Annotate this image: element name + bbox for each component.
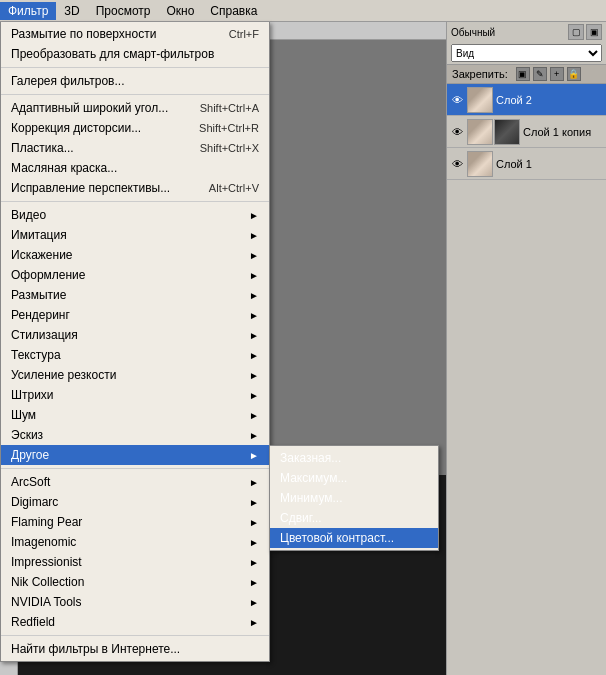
lock-icon-1[interactable]: ▣ bbox=[516, 67, 530, 81]
menu-item-flaming-pear[interactable]: Flaming Pear ► bbox=[1, 512, 269, 532]
panel-icons: ▢ ▣ bbox=[568, 24, 602, 40]
sep-1 bbox=[1, 67, 269, 68]
menu-item-distortion-sc: Shift+Ctrl+R bbox=[179, 122, 259, 134]
arrow-digimarc: ► bbox=[249, 497, 259, 508]
layer-thumb-1 bbox=[467, 151, 493, 177]
lock-icon-3[interactable]: + bbox=[550, 67, 564, 81]
submenu-label-shift: Сдвиг... bbox=[280, 511, 322, 525]
menu-item-gallery-label: Галерея фильтров... bbox=[11, 74, 124, 88]
menu-bar: Фильтр 3D Просмотр Окно Справка bbox=[0, 0, 606, 22]
menu-item-plastika[interactable]: Пластика... Shift+Ctrl+X bbox=[1, 138, 269, 158]
menu-item-nik-collection[interactable]: Nik Collection ► bbox=[1, 572, 269, 592]
menu-item-distortion-correction[interactable]: Коррекция дисторсии... Shift+Ctrl+R bbox=[1, 118, 269, 138]
menu-view[interactable]: Просмотр bbox=[88, 2, 159, 20]
arrow-strokes: ► bbox=[249, 390, 259, 401]
menu-item-arcsoft[interactable]: ArcSoft ► bbox=[1, 472, 269, 492]
arrow-impressionist: ► bbox=[249, 557, 259, 568]
menu-item-find-online-label: Найти фильтры в Интернете... bbox=[11, 642, 180, 656]
layer-item-2[interactable]: 👁 Слой 2 bbox=[447, 84, 606, 116]
layer-name-1copy: Слой 1 копия bbox=[523, 126, 603, 138]
menu-item-find-online[interactable]: Найти фильтры в Интернете... bbox=[1, 639, 269, 659]
eye-icon-2[interactable]: 👁 bbox=[450, 93, 464, 107]
arrow-noise: ► bbox=[249, 410, 259, 421]
menu-item-blur-surface[interactable]: Размытие по поверхности Ctrl+F bbox=[1, 24, 269, 44]
menu-help[interactable]: Справка bbox=[202, 2, 265, 20]
menu-item-imagenomic[interactable]: Imagenomic ► bbox=[1, 532, 269, 552]
arrow-nik: ► bbox=[249, 577, 259, 588]
view-select[interactable]: Вид bbox=[451, 44, 602, 62]
right-panel: Обычный ▢ ▣ Вид Закрепить: ▣ ✎ + 🔒 👁 Сло… bbox=[446, 22, 606, 675]
menu-item-plastika-label: Пластика... bbox=[11, 141, 74, 155]
menu-item-distort[interactable]: Искажение ► bbox=[1, 245, 269, 265]
arrow-imitation: ► bbox=[249, 230, 259, 241]
menu-filter[interactable]: Фильтр bbox=[0, 2, 56, 20]
arrow-render: ► bbox=[249, 310, 259, 321]
sep-3 bbox=[1, 201, 269, 202]
arrow-sharpen: ► bbox=[249, 370, 259, 381]
menu-3d[interactable]: 3D bbox=[56, 2, 87, 20]
lock-icons: ▣ ✎ + 🔒 bbox=[516, 67, 581, 81]
menu-item-perspective-label: Исправление перспективы... bbox=[11, 181, 170, 195]
menu-item-blur-surface-shortcut: Ctrl+F bbox=[209, 28, 259, 40]
menu-item-video[interactable]: Видео ► bbox=[1, 205, 269, 225]
menu-item-noise[interactable]: Шум ► bbox=[1, 405, 269, 425]
menu-item-digimarc[interactable]: Digimarc ► bbox=[1, 492, 269, 512]
menu-item-sketch[interactable]: Эскиз ► bbox=[1, 425, 269, 445]
submenu-label-min: Минимум... bbox=[280, 491, 343, 505]
arrow-imagenomic: ► bbox=[249, 537, 259, 548]
layer-item-1[interactable]: 👁 Слой 1 bbox=[447, 148, 606, 180]
submenu-item-min[interactable]: Минимум... bbox=[270, 488, 438, 508]
submenu-label-custom: Заказная... bbox=[280, 451, 341, 465]
menu-item-gallery[interactable]: Галерея фильтров... bbox=[1, 71, 269, 91]
lock-label: Закрепить: bbox=[452, 68, 508, 80]
eye-icon-1copy[interactable]: 👁 bbox=[450, 125, 464, 139]
submenu-item-custom[interactable]: Заказная... bbox=[270, 448, 438, 468]
arrow-stylize: ► bbox=[249, 330, 259, 341]
menu-item-render[interactable]: Рендеринг ► bbox=[1, 305, 269, 325]
menu-item-smart-filters[interactable]: Преобразовать для смарт-фильтров bbox=[1, 44, 269, 64]
menu-item-adaptive-wide-label: Адаптивный широкий угол... bbox=[11, 101, 168, 115]
arrow-distort: ► bbox=[249, 250, 259, 261]
arrow-flaming-pear: ► bbox=[249, 517, 259, 528]
menu-item-sharpen[interactable]: Усиление резкости ► bbox=[1, 365, 269, 385]
panel-icon-1[interactable]: ▢ bbox=[568, 24, 584, 40]
arrow-blur: ► bbox=[249, 290, 259, 301]
menu-item-adaptive-wide[interactable]: Адаптивный широкий угол... Shift+Ctrl+A bbox=[1, 98, 269, 118]
arrow-nvidia: ► bbox=[249, 597, 259, 608]
panel-icon-2[interactable]: ▣ bbox=[586, 24, 602, 40]
submenu-other: Заказная... Максимум... Минимум... Сдвиг… bbox=[269, 445, 439, 551]
menu-item-redfield[interactable]: Redfield ► bbox=[1, 612, 269, 632]
menu-item-stylize[interactable]: Стилизация ► bbox=[1, 325, 269, 345]
lock-icon-4[interactable]: 🔒 bbox=[567, 67, 581, 81]
arrow-other: ► bbox=[249, 450, 259, 461]
menu-item-impressionist[interactable]: Impressionist ► bbox=[1, 552, 269, 572]
menu-item-other[interactable]: Другое ► Заказная... Максимум... Минимум… bbox=[1, 445, 269, 465]
menu-item-blur[interactable]: Размытие ► bbox=[1, 285, 269, 305]
arrow-design: ► bbox=[249, 270, 259, 281]
sep-2 bbox=[1, 94, 269, 95]
menu-item-blur-surface-label: Размытие по поверхности bbox=[11, 27, 156, 41]
arrow-video: ► bbox=[249, 210, 259, 221]
submenu-item-color-contrast[interactable]: Цветовой контраст... bbox=[270, 528, 438, 548]
layer-item-1copy[interactable]: 👁 Слой 1 копия bbox=[447, 116, 606, 148]
menu-item-design[interactable]: Оформление ► bbox=[1, 265, 269, 285]
arrow-redfield: ► bbox=[249, 617, 259, 628]
panel-row-view: Обычный ▢ ▣ bbox=[447, 22, 606, 42]
panel-row-select: Вид bbox=[447, 42, 606, 64]
menu-item-nvidia[interactable]: NVIDIA Tools ► bbox=[1, 592, 269, 612]
menu-window[interactable]: Окно bbox=[158, 2, 202, 20]
menu-item-strokes[interactable]: Штрихи ► bbox=[1, 385, 269, 405]
panel-normal-label: Обычный bbox=[451, 27, 495, 38]
menu-item-oil-paint[interactable]: Масляная краска... bbox=[1, 158, 269, 178]
submenu-item-max[interactable]: Максимум... bbox=[270, 468, 438, 488]
menu-item-imitation[interactable]: Имитация ► bbox=[1, 225, 269, 245]
submenu-item-shift[interactable]: Сдвиг... bbox=[270, 508, 438, 528]
eye-icon-1[interactable]: 👁 bbox=[450, 157, 464, 171]
layer-thumb-1copy bbox=[467, 119, 493, 145]
arrow-arcsoft: ► bbox=[249, 477, 259, 488]
menu-item-perspective[interactable]: Исправление перспективы... Alt+Ctrl+V bbox=[1, 178, 269, 198]
menu-item-texture[interactable]: Текстура ► bbox=[1, 345, 269, 365]
lock-icon-2[interactable]: ✎ bbox=[533, 67, 547, 81]
menu-item-oil-paint-label: Масляная краска... bbox=[11, 161, 117, 175]
layer-name-1: Слой 1 bbox=[496, 158, 603, 170]
